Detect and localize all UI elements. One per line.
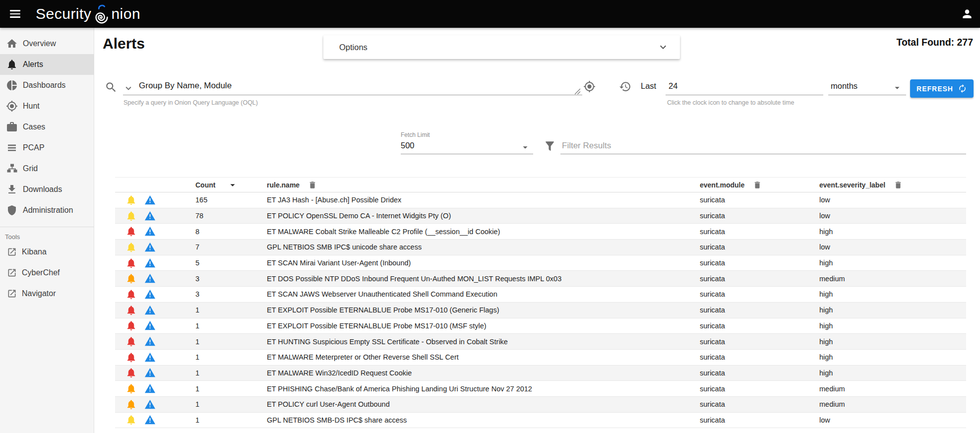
warning-triangle-icon[interactable] xyxy=(144,242,156,253)
count-cell[interactable]: 5 xyxy=(187,259,259,267)
sidebar-item-dashboards[interactable]: Dashboards xyxy=(0,75,94,96)
sidebar-item-administration[interactable]: Administration xyxy=(0,200,94,221)
user-account-icon[interactable] xyxy=(961,7,974,20)
warning-triangle-icon[interactable] xyxy=(144,273,156,284)
sidebar-item-alerts[interactable]: Alerts xyxy=(0,54,94,75)
options-panel[interactable]: Options xyxy=(323,35,680,59)
target-icon[interactable] xyxy=(583,80,596,93)
rule-name-cell[interactable]: ET SCAN Mirai Variant User-Agent (Inboun… xyxy=(259,259,692,267)
table-row[interactable]: 3 ET SCAN JAWS Webserver Unauthenticated… xyxy=(115,287,966,303)
table-row[interactable]: 1 ET MALWARE Win32/IcedID Request Cookie… xyxy=(115,366,966,381)
rule-name-cell[interactable]: ET SCAN JAWS Webserver Unauthenticated S… xyxy=(259,290,692,298)
table-row[interactable]: 1 GPL NETBIOS SMB-DS IPC$ share access s… xyxy=(115,413,966,429)
dropdown-arrow-icon[interactable] xyxy=(892,82,903,93)
event-module-cell[interactable]: suricata xyxy=(692,275,811,283)
table-row[interactable]: 1 ET HUNTING Suspicious Empty SSL Certif… xyxy=(115,334,966,350)
rule-name-cell[interactable]: ET JA3 Hash - [Abuse.ch] Possible Dridex xyxy=(259,196,692,204)
rule-name-cell[interactable]: ET PHISHING Chase/Bank of America Phishi… xyxy=(259,385,692,393)
alert-bell-icon[interactable] xyxy=(125,414,137,426)
alert-bell-icon[interactable] xyxy=(125,257,137,269)
severity-cell[interactable]: high xyxy=(811,306,966,314)
sidebar-item-cases[interactable]: Cases xyxy=(0,117,94,137)
warning-triangle-icon[interactable] xyxy=(144,336,156,347)
table-row[interactable]: 8 ET MALWARE Cobalt Strike Malleable C2 … xyxy=(115,224,966,240)
sidebar-item-kibana[interactable]: Kibana xyxy=(0,242,94,262)
alert-bell-icon[interactable] xyxy=(125,194,137,206)
trash-icon[interactable] xyxy=(753,181,762,189)
alert-bell-icon[interactable] xyxy=(125,210,137,222)
count-cell[interactable]: 1 xyxy=(187,306,259,314)
sidebar-item-pcap[interactable]: PCAP xyxy=(0,137,94,158)
resize-handle-icon[interactable] xyxy=(574,88,581,95)
column-header-rule-name[interactable]: rule.name xyxy=(267,181,300,189)
trash-icon[interactable] xyxy=(894,181,903,189)
alert-bell-icon[interactable] xyxy=(125,226,137,237)
alert-bell-icon[interactable] xyxy=(125,320,137,331)
count-cell[interactable]: 1 xyxy=(187,385,259,393)
count-cell[interactable]: 78 xyxy=(187,212,259,220)
severity-cell[interactable]: low xyxy=(811,416,966,424)
severity-cell[interactable]: high xyxy=(811,290,966,298)
warning-triangle-icon[interactable] xyxy=(144,305,156,316)
alert-bell-icon[interactable] xyxy=(125,305,137,316)
count-cell[interactable]: 7 xyxy=(187,243,259,251)
rule-name-cell[interactable]: ET POLICY OpenSSL Demo CA - Internet Wid… xyxy=(259,212,692,220)
history-clock-icon[interactable] xyxy=(619,80,631,93)
warning-triangle-icon[interactable] xyxy=(144,257,156,269)
table-row[interactable]: 1 ET EXPLOIT Possible ETERNALBLUE Probe … xyxy=(115,318,966,334)
severity-cell[interactable]: high xyxy=(811,228,966,236)
time-value-input[interactable]: 24 xyxy=(669,81,677,91)
sidebar-item-cyberchef[interactable]: CyberChef xyxy=(0,262,94,283)
table-row[interactable]: 5 ET SCAN Mirai Variant User-Agent (Inbo… xyxy=(115,255,966,271)
alert-bell-icon[interactable] xyxy=(125,383,137,394)
severity-cell[interactable]: high xyxy=(811,259,966,267)
count-cell[interactable]: 8 xyxy=(187,228,259,236)
warning-triangle-icon[interactable] xyxy=(144,210,156,222)
dropdown-arrow-icon[interactable] xyxy=(520,142,531,153)
sidebar-item-hunt[interactable]: Hunt xyxy=(0,96,94,117)
warning-triangle-icon[interactable] xyxy=(144,352,156,363)
count-cell[interactable]: 3 xyxy=(187,275,259,283)
event-module-cell[interactable]: suricata xyxy=(692,243,811,251)
rule-name-cell[interactable]: GPL NETBIOS SMB-DS IPC$ share access xyxy=(259,416,692,424)
severity-cell[interactable]: high xyxy=(811,353,966,361)
severity-cell[interactable]: low xyxy=(811,243,966,251)
severity-cell[interactable]: high xyxy=(811,322,966,330)
rule-name-cell[interactable]: ET POLICY curl User-Agent Outbound xyxy=(259,400,692,408)
table-row[interactable]: 165 ET JA3 Hash - [Abuse.ch] Possible Dr… xyxy=(115,192,966,208)
warning-triangle-icon[interactable] xyxy=(144,194,156,206)
column-header-count[interactable]: Count xyxy=(195,181,215,189)
event-module-cell[interactable]: suricata xyxy=(692,416,811,424)
rule-name-cell[interactable]: ET HUNTING Suspicious Empty SSL Certific… xyxy=(259,338,692,346)
rule-name-cell[interactable]: ET EXPLOIT Possible ETERNALBLUE Probe MS… xyxy=(259,306,692,314)
alert-bell-icon[interactable] xyxy=(125,289,137,300)
column-header-severity-label[interactable]: event.severity_label xyxy=(819,181,885,189)
alert-bell-icon[interactable] xyxy=(125,336,137,347)
warning-triangle-icon[interactable] xyxy=(144,414,156,426)
rule-name-cell[interactable]: GPL NETBIOS SMB IPC$ unicode share acces… xyxy=(259,243,692,251)
event-module-cell[interactable]: suricata xyxy=(692,338,811,346)
count-cell[interactable]: 3 xyxy=(187,290,259,298)
sidebar-item-navigator[interactable]: Navigator xyxy=(0,283,94,304)
alert-bell-icon[interactable] xyxy=(125,352,137,363)
table-row[interactable]: 7 GPL NETBIOS SMB IPC$ unicode share acc… xyxy=(115,240,966,255)
refresh-button[interactable]: REFRESH xyxy=(910,79,974,98)
event-module-cell[interactable]: suricata xyxy=(692,259,811,267)
event-module-cell[interactable]: suricata xyxy=(692,400,811,408)
severity-cell[interactable]: medium xyxy=(811,400,966,408)
warning-triangle-icon[interactable] xyxy=(144,367,156,378)
chevron-down-icon[interactable] xyxy=(657,41,669,53)
event-module-cell[interactable]: suricata xyxy=(692,228,811,236)
table-row[interactable]: 1 ET PHISHING Chase/Bank of America Phis… xyxy=(115,381,966,397)
event-module-cell[interactable]: suricata xyxy=(692,290,811,298)
trash-icon[interactable] xyxy=(308,181,317,189)
table-row[interactable]: 1 ET POLICY curl User-Agent Outbound sur… xyxy=(115,397,966,413)
count-cell[interactable]: 1 xyxy=(187,416,259,424)
warning-triangle-icon[interactable] xyxy=(144,320,156,331)
event-module-cell[interactable]: suricata xyxy=(692,196,811,204)
alert-bell-icon[interactable] xyxy=(125,367,137,378)
table-row[interactable]: 1 ET MALWARE Meterpreter or Other Revers… xyxy=(115,350,966,366)
sidebar-item-grid[interactable]: Grid xyxy=(0,158,94,179)
event-module-cell[interactable]: suricata xyxy=(692,322,811,330)
event-module-cell[interactable]: suricata xyxy=(692,212,811,220)
